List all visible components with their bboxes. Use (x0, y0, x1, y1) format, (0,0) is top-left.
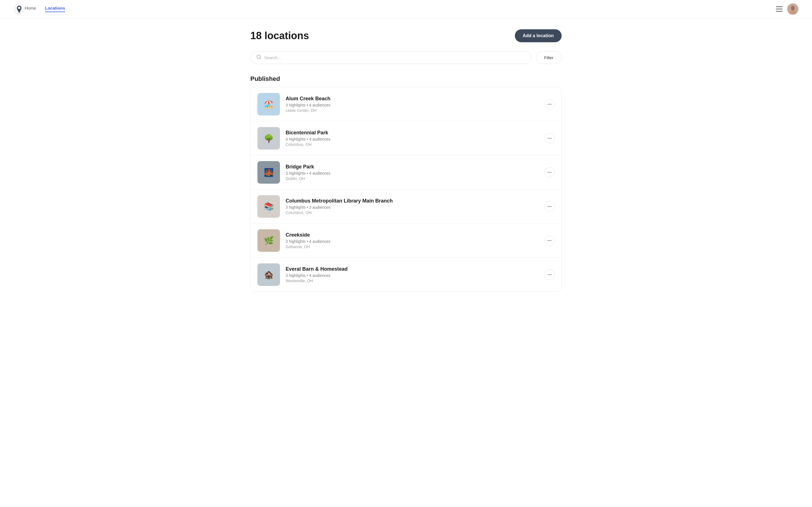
svg-point-19 (551, 206, 552, 207)
location-more-button[interactable] (545, 235, 555, 245)
location-name: Bicentennial Park (286, 130, 545, 136)
svg-point-16 (551, 172, 552, 173)
location-list: 🏖️ Alum Creek Beach 3 highlights • 4 aud… (250, 87, 562, 292)
add-location-button[interactable]: Add a location (515, 29, 562, 42)
svg-point-13 (551, 138, 552, 139)
location-meta: 3 highlights • 4 audiences (286, 171, 545, 175)
svg-point-17 (548, 206, 548, 207)
location-meta: 3 highlights • 4 audiences (286, 273, 545, 278)
location-item[interactable]: 📚 Columbus Metropolitan Library Main Bra… (251, 189, 561, 224)
svg-point-20 (548, 240, 548, 241)
nav-right (776, 3, 799, 15)
location-name: Alum Creek Beach (286, 96, 545, 102)
location-thumbnail: 🏚️ (257, 263, 280, 286)
search-icon (256, 54, 261, 61)
location-name: Bridge Park (286, 164, 545, 170)
svg-point-24 (549, 274, 550, 275)
location-more-button[interactable] (545, 99, 555, 109)
location-more-button[interactable] (545, 167, 555, 177)
page-title: 18 locations (250, 30, 309, 42)
svg-line-7 (260, 58, 260, 59)
published-label: Published (250, 75, 562, 82)
svg-point-25 (551, 274, 552, 275)
svg-point-4 (791, 6, 795, 10)
location-info: Alum Creek Beach 3 highlights • 4 audien… (286, 96, 545, 113)
svg-point-18 (549, 206, 550, 207)
location-name: Creekside (286, 232, 545, 238)
nav-links: Home Locations (25, 6, 776, 12)
search-container (250, 51, 531, 64)
location-name: Everal Barn & Homestead (286, 266, 545, 272)
location-more-button[interactable] (545, 202, 555, 212)
app-logo[interactable] (13, 3, 25, 15)
location-info: Columbus Metropolitan Library Main Branc… (286, 198, 545, 215)
main-content: 18 locations Add a location Filter Publi… (237, 18, 575, 303)
location-meta: 3 highlights • 4 audiences (286, 239, 545, 244)
location-more-button[interactable] (545, 270, 555, 280)
location-thumbnail: 🌉 (257, 161, 280, 184)
search-input[interactable] (264, 55, 525, 60)
location-more-button[interactable] (545, 133, 555, 144)
filter-button[interactable]: Filter (536, 51, 562, 64)
svg-point-23 (548, 274, 548, 275)
location-info: Creekside 3 highlights • 4 audiences Gah… (286, 232, 545, 249)
svg-point-10 (551, 104, 552, 105)
location-thumbnail: 🏖️ (257, 93, 280, 115)
location-item[interactable]: 🏖️ Alum Creek Beach 3 highlights • 4 aud… (251, 87, 561, 121)
svg-point-12 (549, 138, 550, 139)
location-item[interactable]: 🌉 Bridge Park 3 highlights • 4 audiences… (251, 156, 561, 189)
svg-point-8 (548, 104, 548, 105)
location-address: Westerville, OH (286, 279, 545, 283)
location-thumbnail: 📚 (257, 195, 280, 218)
location-thumbnail: 🌿 (257, 229, 280, 252)
svg-point-2 (18, 7, 20, 9)
location-address: Dublin, OH (286, 176, 545, 181)
location-address: Columbus, OH (286, 210, 545, 215)
location-address: Gahanna, OH (286, 244, 545, 249)
location-name: Columbus Metropolitan Library Main Branc… (286, 198, 545, 204)
avatar[interactable] (787, 3, 799, 15)
search-filter-row: Filter (250, 51, 562, 64)
svg-point-15 (549, 172, 550, 173)
location-item[interactable]: 🏚️ Everal Barn & Homestead 3 highlights … (251, 258, 561, 291)
location-item[interactable]: 🌳 Bicentennial Park 4 highlights • 4 aud… (251, 121, 561, 156)
location-meta: 3 highlights • 4 audiences (286, 103, 545, 107)
nav-home[interactable]: Home (25, 6, 36, 12)
location-address: Columbus, OH (286, 142, 545, 147)
svg-point-22 (551, 240, 552, 241)
svg-point-9 (549, 104, 550, 105)
location-address: Lewis Center, OH (286, 108, 545, 113)
svg-point-14 (548, 172, 548, 173)
nav-locations[interactable]: Locations (45, 6, 65, 12)
published-section: Published 🏖️ Alum Creek Beach 3 highligh… (250, 75, 562, 292)
location-info: Everal Barn & Homestead 3 highlights • 4… (286, 266, 545, 283)
location-thumbnail: 🌳 (257, 127, 280, 150)
location-info: Bridge Park 3 highlights • 4 audiences D… (286, 164, 545, 181)
location-meta: 4 highlights • 4 audiences (286, 137, 545, 142)
svg-point-1 (17, 13, 21, 14)
svg-point-21 (549, 240, 550, 241)
location-item[interactable]: 🌿 Creekside 3 highlights • 4 audiences G… (251, 224, 561, 258)
svg-point-11 (548, 138, 548, 139)
location-meta: 3 highlights • 3 audiences (286, 205, 545, 210)
menu-icon[interactable] (776, 6, 783, 11)
navbar: Home Locations (0, 0, 812, 18)
page-header: 18 locations Add a location (250, 29, 562, 42)
location-info: Bicentennial Park 4 highlights • 4 audie… (286, 130, 545, 147)
